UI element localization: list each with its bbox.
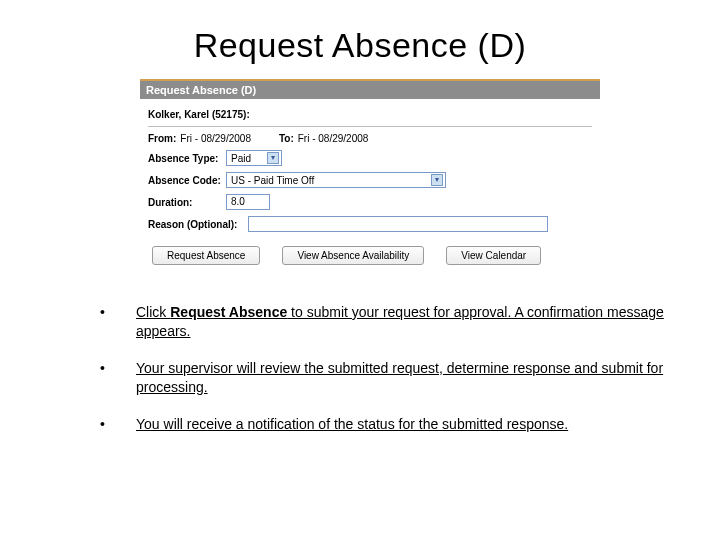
request-absence-button[interactable]: Request Absence <box>152 246 260 265</box>
employee-name: Kolker, Karel (52175): <box>148 103 592 122</box>
panel-header: Request Absence (D) <box>140 81 600 99</box>
bullet-3-text: You will receive a notification of the s… <box>136 415 690 434</box>
chevron-down-icon: ▾ <box>267 152 279 164</box>
bullet-1-strong: Request Absence <box>170 304 287 320</box>
from-date-value: Fri - 08/29/2008 <box>180 133 251 144</box>
list-item: • Your supervisor will review the submit… <box>100 359 690 397</box>
bullet-icon: • <box>100 415 136 434</box>
divider <box>148 126 592 127</box>
absence-code-select[interactable]: US - Paid Time Off ▾ <box>226 172 446 188</box>
absence-code-value: US - Paid Time Off <box>231 175 314 186</box>
to-date-value: Fri - 08/29/2008 <box>298 133 369 144</box>
reason-input[interactable] <box>248 216 548 232</box>
bullet-icon: • <box>100 303 136 341</box>
view-availability-button[interactable]: View Absence Availability <box>282 246 424 265</box>
absence-type-label: Absence Type: <box>148 153 226 164</box>
from-label: From: <box>148 133 176 144</box>
date-range-row: From: Fri - 08/29/2008 To: Fri - 08/29/2… <box>148 133 592 144</box>
bullet-icon: • <box>100 359 136 397</box>
absence-type-select[interactable]: Paid ▾ <box>226 150 282 166</box>
bullet-1-pre: Click <box>136 304 170 320</box>
to-label: To: <box>279 133 294 144</box>
view-calendar-button[interactable]: View Calendar <box>446 246 541 265</box>
absence-type-value: Paid <box>231 153 251 164</box>
absence-code-label: Absence Code: <box>148 175 226 186</box>
duration-input[interactable]: 8.0 <box>226 194 270 210</box>
page-title: Request Absence (D) <box>40 26 680 65</box>
list-item: • Click Request Absence to submit your r… <box>100 303 690 341</box>
instruction-list: • Click Request Absence to submit your r… <box>100 303 690 433</box>
bullet-2-text: Your supervisor will review the submitte… <box>136 359 690 397</box>
request-absence-panel: Request Absence (D) Kolker, Karel (52175… <box>140 79 600 275</box>
duration-label: Duration: <box>148 197 226 208</box>
chevron-down-icon: ▾ <box>431 174 443 186</box>
list-item: • You will receive a notification of the… <box>100 415 690 434</box>
reason-label: Reason (Optional): <box>148 219 248 230</box>
button-row: Request Absence View Absence Availabilit… <box>148 246 592 265</box>
